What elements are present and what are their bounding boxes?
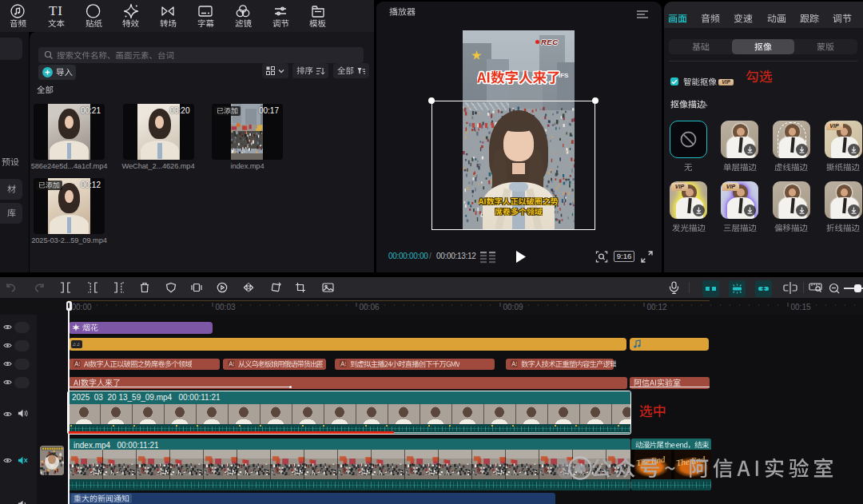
svg-text:00:15: 00:15 [791,303,811,312]
svg-text:00:03: 00:03 [216,303,236,312]
svg-text:00:09: 00:09 [503,303,523,312]
svg-text:00:06: 00:06 [360,303,380,312]
svg-text:00:00: 00:00 [72,303,92,312]
svg-text:00:12: 00:12 [647,303,667,312]
